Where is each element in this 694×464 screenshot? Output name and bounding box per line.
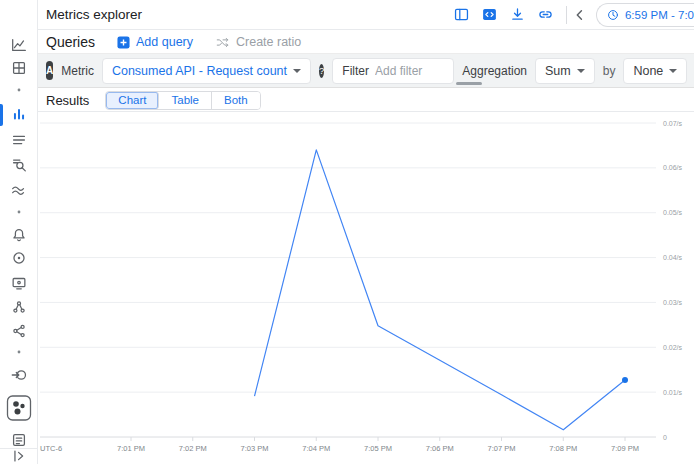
time-back-button chevron-left-icon[interactable]	[571, 6, 589, 24]
latest-point-dot[interactable]	[622, 377, 628, 383]
x-axis-label: 7:05 PM	[364, 444, 392, 453]
filter-input[interactable]	[375, 64, 447, 78]
x-axis-label: 7:07 PM	[488, 444, 516, 453]
sidebar-metrics-explorer[interactable]	[0, 103, 38, 127]
chevron-down-icon	[293, 69, 301, 73]
sidebar-overview[interactable]	[0, 33, 38, 57]
filter-label: Filter	[342, 64, 369, 78]
results-row: Results ChartTableBoth	[38, 89, 694, 112]
x-axis-label: 7:09 PM	[611, 444, 639, 453]
by-label: by	[603, 64, 616, 78]
group-icon	[10, 298, 28, 316]
chevron-down-icon	[577, 69, 585, 73]
chart-area: 0.07/s0.06/s0.05/s0.04/s0.03/s0.02/s0.01…	[0, 112, 694, 464]
results-view-tabs: ChartTableBoth	[105, 91, 260, 110]
y-axis-label: 0.04/s	[663, 254, 683, 261]
screen-icon	[10, 274, 28, 292]
query-letter-badge: A	[46, 61, 53, 80]
add-query-label: Add query	[136, 35, 193, 49]
sidebar-collapse[interactable]	[0, 444, 38, 464]
sidebar-dot-2	[0, 200, 38, 224]
timezone-label: UTC-6	[40, 444, 62, 453]
series-line-request_count	[255, 150, 626, 430]
time-range-value: 6:59 PM - 7:0	[625, 9, 694, 21]
group-by-dropdown[interactable]: None	[623, 58, 687, 84]
sidebar-dashboards[interactable]	[0, 56, 38, 80]
sidebar-settings[interactable]	[0, 363, 38, 387]
aggregation-label: Aggregation	[462, 64, 527, 78]
y-axis-label: 0.02/s	[663, 344, 683, 351]
share-icon	[10, 322, 28, 340]
app-header: Metrics explorer 6:59 PM - 7:0	[38, 0, 694, 30]
sidebar-alerting[interactable]	[0, 128, 38, 152]
collapse-icon	[10, 447, 28, 464]
sidebar-notifications[interactable]	[0, 223, 38, 247]
results-title: Results	[46, 93, 89, 108]
create-ratio-icon	[215, 35, 230, 50]
x-axis-label: 7:03 PM	[241, 444, 269, 453]
group-by-value: None	[633, 64, 663, 78]
sidebar-dot-3	[0, 340, 38, 364]
header-separator	[566, 6, 567, 24]
line-chart-icon	[10, 36, 28, 54]
y-axis-label: 0.06/s	[663, 164, 683, 171]
list-icon	[10, 131, 28, 149]
cluster-card-icon	[6, 393, 32, 423]
metric-value: Consumed API - Request count	[112, 64, 287, 78]
code-editor-icon[interactable]	[481, 6, 498, 23]
query-builder: A Metric Consumed API - Request count ? …	[38, 53, 694, 88]
sidebar-log-search[interactable]	[0, 153, 38, 177]
help-icon[interactable]: ?	[319, 64, 324, 78]
dot-icon	[16, 209, 22, 215]
y-axis-label: 0.05/s	[663, 209, 683, 216]
dot-icon	[16, 349, 22, 355]
dot-icon	[16, 87, 22, 93]
horizontal-scrollbar-thumb[interactable]	[456, 82, 482, 85]
download-icon[interactable]	[509, 6, 526, 23]
metrics-explorer-page: Metrics explorer 6:59 PM - 7:0 Queries A…	[0, 0, 694, 464]
queries-row: Queries Add query Create ratio	[38, 31, 694, 53]
y-axis-label: 0	[663, 434, 667, 441]
page-title: Metrics explorer	[46, 7, 142, 22]
tab-chart[interactable]: Chart	[106, 92, 159, 109]
bell-icon	[10, 226, 28, 244]
share-link-icon[interactable]	[537, 6, 554, 23]
sidebar-cluster-card[interactable]	[0, 391, 38, 425]
header-actions	[453, 6, 554, 23]
x-axis-label: 7:08 PM	[549, 444, 577, 453]
x-axis-label: 7:02 PM	[179, 444, 207, 453]
sidebar-uptime-checks[interactable]	[0, 246, 38, 270]
tab-both[interactable]: Both	[212, 92, 260, 109]
sidebar-monitor[interactable]	[0, 271, 38, 295]
aggregation-value: Sum	[545, 64, 571, 78]
y-axis-label: 0.07/s	[663, 120, 683, 127]
sidebar-groups[interactable]	[0, 295, 38, 319]
create-ratio-button[interactable]: Create ratio	[215, 35, 301, 50]
add-query-button[interactable]: Add query	[117, 35, 193, 49]
grid-icon	[10, 59, 28, 77]
tab-table[interactable]: Table	[159, 92, 212, 109]
bar-chart-icon	[10, 106, 28, 124]
time-range-picker[interactable]: 6:59 PM - 7:0	[596, 3, 694, 27]
add-query-plus-icon	[117, 36, 130, 49]
create-ratio-label: Create ratio	[236, 35, 301, 49]
metric-dropdown[interactable]: Consumed API - Request count	[102, 58, 311, 84]
wave-icon	[10, 181, 28, 199]
line-chart[interactable]: 0.07/s0.06/s0.05/s0.04/s0.03/s0.02/s0.01…	[0, 112, 694, 464]
x-axis-label: 7:01 PM	[117, 444, 145, 453]
metric-label: Metric	[61, 64, 94, 78]
chevron-down-icon	[669, 69, 677, 73]
y-axis-label: 0.03/s	[663, 299, 683, 306]
arrow-circle-icon	[10, 366, 28, 384]
x-axis-label: 7:06 PM	[426, 444, 454, 453]
target-icon	[10, 249, 28, 267]
sidebar-dot-1	[0, 78, 38, 102]
side-panel-icon[interactable]	[453, 6, 470, 23]
aggregation-dropdown[interactable]: Sum	[535, 58, 595, 84]
y-axis-label: 0.01/s	[663, 389, 683, 396]
x-axis-label: 7:04 PM	[302, 444, 330, 453]
queries-title: Queries	[46, 34, 95, 50]
sidebar-services[interactable]	[0, 178, 38, 202]
doc-search-icon	[10, 156, 28, 174]
filter-input-box[interactable]: Filter	[332, 58, 454, 84]
